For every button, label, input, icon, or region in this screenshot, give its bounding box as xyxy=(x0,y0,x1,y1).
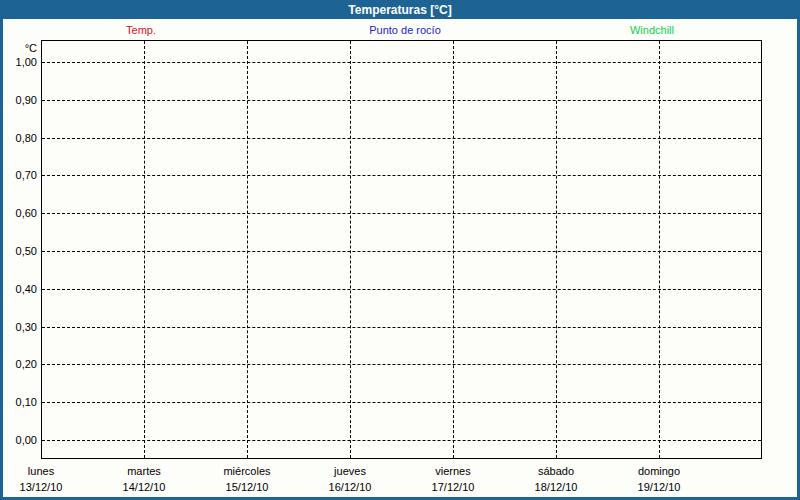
x-day-label: martes xyxy=(127,465,161,477)
x-date-label: 17/12/10 xyxy=(432,481,475,493)
chart-window: Temperaturas [°C] Temp.Punto de rocíoWin… xyxy=(0,0,800,500)
legend-item-1: Temp. xyxy=(126,24,156,36)
y-tick-label: 0,50 xyxy=(0,245,37,258)
legend-item-3: Windchill xyxy=(630,24,674,36)
y-tick-label: 0,00 xyxy=(0,434,37,447)
y-tick-label: 0,10 xyxy=(0,396,37,409)
horizontal-gridline xyxy=(42,251,761,252)
horizontal-gridline xyxy=(42,364,761,365)
title-bar: Temperaturas [°C] xyxy=(0,0,800,19)
x-day-label: sábado xyxy=(538,465,574,477)
legend-item-2: Punto de rocío xyxy=(369,24,441,36)
x-date-label: 16/12/10 xyxy=(329,481,372,493)
x-date-label: 13/12/10 xyxy=(20,481,63,493)
horizontal-gridline xyxy=(42,440,761,441)
x-date-label: 14/12/10 xyxy=(123,481,166,493)
x-day-label: lunes xyxy=(28,465,54,477)
vertical-gridline xyxy=(453,41,454,458)
y-tick-label: 0,90 xyxy=(0,94,37,107)
horizontal-gridline xyxy=(42,327,761,328)
x-date-label: 15/12/10 xyxy=(226,481,269,493)
y-axis-unit-label: °C xyxy=(0,42,37,54)
y-tick-label: 0,60 xyxy=(0,207,37,220)
vertical-gridline xyxy=(247,41,248,458)
vertical-gridline xyxy=(144,41,145,458)
horizontal-gridline xyxy=(42,213,761,214)
x-day-label: jueves xyxy=(334,465,366,477)
y-tick-label: 0,70 xyxy=(0,169,37,182)
y-tick-label: 0,20 xyxy=(0,358,37,371)
vertical-gridline xyxy=(350,41,351,458)
x-day-label: viernes xyxy=(435,465,470,477)
horizontal-gridline xyxy=(42,100,761,101)
y-tick-label: 0,40 xyxy=(0,283,37,296)
y-tick-label: 0,30 xyxy=(0,321,37,334)
horizontal-gridline xyxy=(42,138,761,139)
x-date-label: 19/12/10 xyxy=(638,481,681,493)
y-tick-label: 0,80 xyxy=(0,132,37,145)
chart-title: Temperaturas [°C] xyxy=(348,3,451,17)
horizontal-gridline xyxy=(42,175,761,176)
horizontal-gridline xyxy=(42,289,761,290)
y-tick-label: 1,00 xyxy=(0,56,37,69)
plot-area xyxy=(41,40,762,459)
vertical-gridline xyxy=(659,41,660,458)
x-day-label: miércoles xyxy=(223,465,270,477)
x-date-label: 18/12/10 xyxy=(535,481,578,493)
horizontal-gridline xyxy=(42,62,761,63)
x-day-label: domingo xyxy=(638,465,680,477)
vertical-gridline xyxy=(556,41,557,458)
horizontal-gridline xyxy=(42,402,761,403)
